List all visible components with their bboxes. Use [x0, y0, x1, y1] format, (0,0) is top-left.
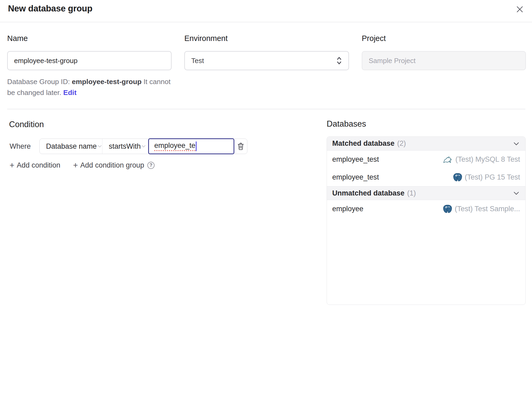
condition-actions: + Add condition + Add condition group ?	[10, 161, 155, 169]
condition-value-input[interactable]: employee_te	[148, 138, 234, 154]
chevron-down-icon	[513, 189, 520, 197]
postgresql-icon	[442, 204, 452, 214]
select-updown-icon	[336, 56, 343, 65]
instance-label: (Test) PG 15 Test	[465, 173, 520, 181]
condition-value-text: employee_te	[154, 142, 196, 151]
instance-info: (Test) PG 15 Test	[452, 173, 520, 182]
close-button[interactable]	[514, 3, 526, 15]
database-name: employee_test	[332, 155, 379, 164]
instance-info: (Test) MySQL 8 Test	[443, 155, 520, 164]
unmatched-database-count: (1)	[407, 189, 416, 197]
environment-selected-value: Test	[191, 57, 336, 65]
group-id-helper: Database Group ID: employee-test-group I…	[7, 76, 180, 98]
group-id-value: employee-test-group	[72, 78, 142, 86]
dialog-header: New database group	[0, 0, 532, 22]
name-input[interactable]	[7, 51, 172, 70]
close-icon	[515, 5, 524, 14]
chevron-down-icon	[97, 143, 103, 149]
add-condition-group-label: Add condition group	[80, 161, 144, 169]
trash-icon	[237, 142, 245, 151]
project-field-group: Project	[362, 34, 526, 70]
instance-info: (Test) Test Sample...	[442, 204, 520, 214]
plus-icon: +	[10, 161, 14, 169]
database-row: employee (Test) Test Sample...	[327, 200, 525, 218]
section-divider	[7, 109, 525, 109]
instance-label: (Test) Test Sample...	[455, 205, 520, 213]
name-label: Name	[7, 34, 172, 43]
chevron-down-icon	[513, 140, 520, 147]
environment-field-group: Environment Test	[184, 34, 349, 70]
instance-label: (Test) MySQL 8 Test	[455, 155, 520, 164]
unmatched-database-header[interactable]: Unmatched database (1)	[327, 186, 525, 200]
matched-database-title: Matched database	[332, 139, 394, 148]
condition-operator-value: startsWith	[109, 142, 141, 151]
plus-icon: +	[73, 161, 78, 169]
databases-panel: Matched database (2) employee_test (Test…	[327, 136, 526, 305]
databases-heading: Databases	[327, 119, 366, 129]
environment-label: Environment	[184, 34, 349, 43]
database-name: employee	[332, 205, 363, 213]
chevron-down-icon	[141, 143, 147, 149]
delete-condition-button[interactable]	[234, 139, 247, 154]
database-row: employee_test (Test) PG 15 Test	[327, 168, 525, 186]
page-title: New database group	[8, 3, 92, 14]
matched-database-count: (2)	[397, 139, 406, 148]
name-field-group: Name	[7, 34, 172, 70]
add-condition-button[interactable]: + Add condition	[10, 161, 60, 169]
condition-row: Where Database name startsWith employee_…	[10, 139, 247, 154]
postgresql-icon	[452, 173, 462, 182]
text-cursor	[196, 142, 197, 151]
help-icon[interactable]: ?	[147, 162, 155, 169]
new-database-group-dialog: New database group Name Environment Test…	[0, 0, 532, 399]
matched-database-header[interactable]: Matched database (2)	[327, 137, 525, 151]
unmatched-database-title: Unmatched database	[332, 189, 405, 197]
mysql-icon	[443, 155, 453, 164]
condition-builder: Database name startsWith employee_te	[39, 139, 247, 154]
where-label: Where	[10, 142, 30, 151]
condition-heading: Condition	[9, 120, 44, 129]
database-row: employee_test (Test) MySQL 8 Test	[327, 151, 525, 168]
project-label: Project	[362, 34, 526, 43]
database-name: employee_test	[332, 173, 379, 181]
project-input	[362, 51, 526, 70]
condition-field-value: Database name	[46, 142, 97, 151]
add-condition-group-button[interactable]: + Add condition group	[73, 161, 144, 169]
condition-operator-select[interactable]: startsWith	[102, 139, 148, 154]
edit-group-id-link[interactable]: Edit	[63, 89, 77, 97]
add-condition-label: Add condition	[17, 161, 60, 169]
environment-select[interactable]: Test	[184, 51, 349, 70]
condition-field-select[interactable]: Database name	[40, 139, 102, 154]
group-id-prefix: Database Group ID:	[7, 78, 72, 86]
